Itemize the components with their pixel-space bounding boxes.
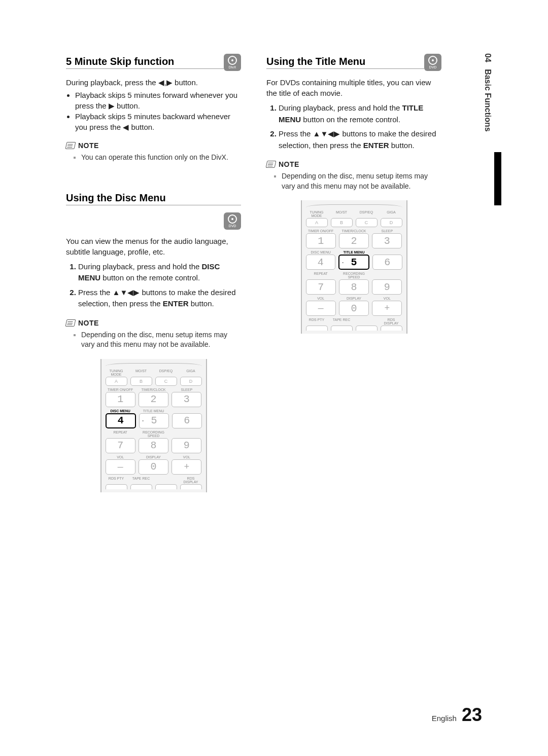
note-icon [65,142,76,149]
icon-label: DivX [229,65,236,69]
icon-label: DVD [429,65,437,69]
side-tab: 04 Basic Functions [483,53,492,132]
remote-btn-partial [106,484,127,489]
title-menu-label: TITLE MENU [339,249,369,255]
remote-btn-d: D [180,377,202,386]
right-column: Using the Title Menu DVD For DVDs contai… [266,51,441,492]
remote-btn-d: D [381,218,402,227]
remote-btn-0: 0 [139,459,168,475]
remote-btn-vol-up: + [372,301,402,316]
icon-label: DVD [229,224,236,228]
footer-language: English [432,714,457,723]
remote-btn-0: 0 [339,301,369,316]
list-item: Playback skips 5 minutes forward wheneve… [75,90,241,111]
list-item: Press the ▲▼◀▶ buttons to make the desir… [78,287,241,310]
chapter-number: 04 [484,53,492,62]
note-header: NOTE [266,160,441,168]
remote-btn-5: 5 [139,413,169,428]
note-list: You can operate this function only on th… [66,153,241,163]
left-right-arrow-icon: ◀,▶ [158,77,173,88]
nav-arrows-icon: ▲▼◀▶ [313,128,340,140]
note-label: NOTE [78,141,99,150]
remote-btn-partial [331,326,353,331]
list-item: Playback skips 5 minutes backward whenev… [75,111,241,132]
remote-btn-partial [306,326,328,331]
manual-page: 04 Basic Functions 5 Minute Skip functio… [0,0,548,756]
remote-btn-8: 8 [139,438,168,453]
remote-btn-1: 1 [306,233,336,248]
remote-btn-c: C [155,377,177,386]
note-icon [65,319,76,327]
step-list: During playback, press and hold the DISC… [66,261,241,310]
content-columns: 5 Minute Skip function DivX During playb… [66,51,492,492]
note-list: Depending on the disc, menu setup items … [266,171,441,191]
note-label: NOTE [279,160,299,168]
remote-btn-8: 8 [339,279,369,295]
remote-btn-a: A [306,218,328,227]
remote-btn-2: 2 [139,392,168,407]
chapter-title: Basic Functions [484,69,492,132]
remote-btn-partial [381,326,402,331]
step-list: During playback, press and hold the TITL… [266,102,441,151]
note-list: Depending on the disc, menu setup items … [66,330,241,350]
remote-btn-5-highlighted: 5 [338,255,369,270]
section-title: 5 Minute Skip function [66,56,224,69]
remote-btn-a: A [106,377,127,386]
divx-icon: DivX [224,54,241,71]
bullet-list: Playback skips 5 minutes forward wheneve… [66,90,241,132]
remote-btn-vol-down: — [306,301,336,316]
remote-btn-partial [356,326,378,331]
section-title: Using the Disc Menu [66,192,241,205]
remote-btn-6: 6 [172,413,202,428]
remote-btn-1: 1 [106,392,135,407]
thumb-tab [494,152,501,205]
note-header: NOTE [66,319,241,327]
dvd-icon: DVD [424,54,441,71]
note-label: NOTE [78,319,99,327]
remote-btn-4-highlighted: 4 [106,413,136,428]
page-footer: English 23 [432,704,482,726]
nav-arrows-icon: ▲▼◀▶ [113,287,140,299]
remote-btn-partial [130,484,152,489]
remote-btn-9: 9 [372,279,402,295]
remote-btn-partial [155,484,177,489]
list-item: Press the ▲▼◀▶ buttons to make the desir… [279,128,441,151]
intro-text: During playback, press the ◀,▶ button. [66,77,241,88]
note-header: NOTE [66,141,241,150]
icon-block: DVD [66,212,241,230]
section-header: 5 Minute Skip function DivX [66,54,241,71]
list-item: Depending on the disc, menu setup items … [81,330,241,350]
left-column: 5 Minute Skip function DivX During playb… [66,51,241,492]
list-item: During playback, press and hold the DISC… [78,261,241,284]
remote-btn-b: B [331,218,353,227]
remote-btn-9: 9 [172,438,201,453]
note-icon [266,161,277,168]
remote-btn-2: 2 [339,233,369,248]
section-header: Using the Title Menu DVD [266,54,441,71]
list-item: Depending on the disc, menu setup items … [282,171,441,191]
list-item: During playback, press and hold the TITL… [279,102,441,125]
remote-btn-vol-up: + [172,459,201,475]
remote-btn-3: 3 [372,233,402,248]
remote-btn-c: C [356,218,378,227]
remote-diagram-disc: TUNING MODE MO/ST DSP/EQ GIGA A B C D TI… [100,359,207,492]
remote-btn-7: 7 [106,438,135,453]
remote-btn-7: 7 [306,279,336,295]
page-number: 23 [462,704,482,726]
remote-btn-4: 4 [306,255,336,270]
remote-btn-6: 6 [372,255,402,270]
remote-btn-partial [180,484,202,489]
list-item: You can operate this function only on th… [81,153,241,163]
remote-diagram-title: TUNING MODE MO/ST DSP/EQ GIGA A B C D TI… [301,200,407,334]
remote-btn-b: B [130,377,152,386]
disc-menu-label: DISC MENU [106,408,135,413]
dvd-icon: DVD [224,212,241,230]
remote-btn-vol-down: — [106,459,135,475]
intro-text: For DVDs containing multiple titles, you… [266,77,441,98]
section-title: Using the Title Menu [266,56,424,69]
intro-text: You can view the menus for the audio lan… [66,236,241,257]
remote-btn-3: 3 [172,392,201,407]
